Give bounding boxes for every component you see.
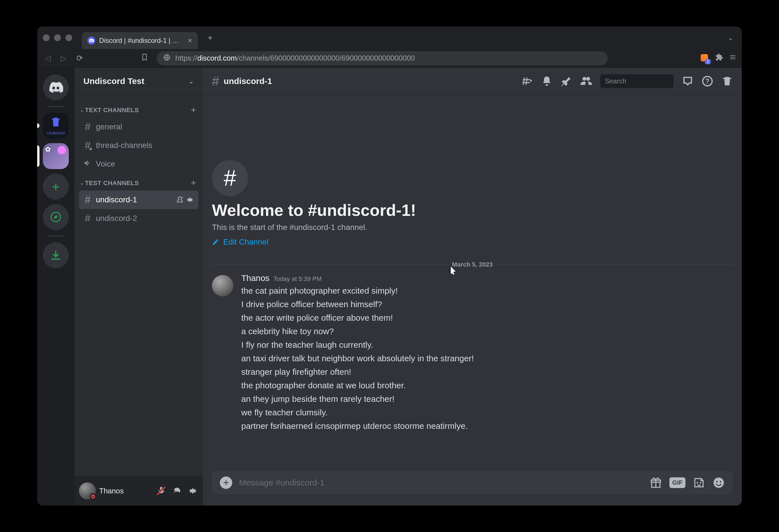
message-author[interactable]: Thanos: [241, 273, 269, 283]
channel-undiscord-2[interactable]: # undiscord-2: [79, 209, 198, 228]
sticker-icon[interactable]: [693, 476, 705, 489]
gear-icon[interactable]: [186, 196, 194, 204]
nav-reload-icon[interactable]: ⟳: [74, 54, 84, 63]
guild-undiscord[interactable]: Undiscord: [43, 113, 69, 139]
search-box[interactable]: [600, 74, 674, 88]
bookmark-icon[interactable]: [141, 54, 148, 63]
discord-app: Undiscord ✿ + Undiscord Test: [37, 68, 742, 506]
emoji-icon[interactable]: [713, 476, 725, 489]
browser-menu-icon[interactable]: [729, 53, 736, 63]
attach-button[interactable]: +: [220, 476, 232, 489]
home-button[interactable]: [43, 74, 69, 100]
trash-icon[interactable]: [721, 75, 733, 87]
guild-pill: [37, 123, 40, 128]
url-prefix: https://: [175, 54, 197, 62]
tab-close-icon[interactable]: ×: [188, 36, 192, 45]
discord-favicon-icon: [87, 37, 95, 45]
window-minimize[interactable]: [54, 35, 61, 41]
category-header-text[interactable]: ⌄ TEXT CHANNELS +: [79, 100, 198, 118]
tabs-dropdown-icon[interactable]: ⌄: [728, 34, 736, 42]
message-line: a celebrity hike toy now?: [241, 324, 733, 338]
threads-icon[interactable]: [521, 75, 533, 87]
message-line: the actor write police officer above the…: [241, 311, 733, 324]
composer-input[interactable]: [239, 478, 643, 487]
extensions-puzzle-icon[interactable]: [715, 53, 723, 63]
deafen-button[interactable]: [171, 485, 183, 496]
help-icon[interactable]: ?: [702, 75, 713, 87]
channel-name: thread-channels: [96, 141, 194, 150]
category-label: TEST CHANNELS: [85, 179, 139, 187]
member-list-icon[interactable]: [581, 75, 592, 87]
url-bar[interactable]: https://discord.com/channels/69000000000…: [157, 51, 608, 65]
guild-label: Undiscord: [47, 131, 65, 135]
globe-icon: [164, 54, 170, 63]
tab-title: Discord | #undiscord-1 | Undisc: [99, 37, 184, 45]
edit-channel-label: Edit Channel: [223, 238, 268, 247]
user-panel: Thanos: [74, 476, 203, 506]
chat-main: # undiscord-1 ?: [203, 68, 742, 506]
inbox-icon[interactable]: [682, 75, 693, 87]
channel-undiscord-1[interactable]: # undiscord-1: [79, 190, 198, 209]
explore-servers-button[interactable]: [43, 204, 69, 230]
window-close[interactable]: [43, 35, 50, 41]
status-dnd-icon: [89, 493, 97, 500]
server-header[interactable]: Undiscord Test ⌄: [74, 68, 203, 95]
welcome-subtitle: This is the start of the #undiscord-1 ch…: [212, 223, 733, 232]
nav-back-icon[interactable]: ◁: [43, 54, 53, 63]
edit-channel-link[interactable]: Edit Channel: [212, 238, 268, 247]
svg-point-9: [714, 478, 724, 488]
message-line: partner fsrihaerned icnsopirmep utderoc …: [241, 419, 733, 433]
composer: + GIF: [203, 471, 742, 506]
hash-icon: #: [83, 121, 92, 133]
add-channel-icon[interactable]: +: [191, 178, 196, 188]
svg-text:?: ?: [706, 77, 709, 85]
url-host: discord.com: [197, 54, 237, 62]
extension-icon[interactable]: 2: [701, 54, 709, 63]
category-header-test[interactable]: ⌄ TEST CHANNELS +: [79, 173, 198, 190]
channel-thread-channels[interactable]: # thread-channels: [79, 136, 198, 155]
composer-box[interactable]: + GIF: [212, 471, 733, 494]
browser-tab[interactable]: Discord | #undiscord-1 | Undisc ×: [82, 32, 198, 49]
invite-icon[interactable]: [176, 196, 184, 204]
new-tab-button[interactable]: +: [202, 33, 219, 43]
chevron-down-icon: ⌄: [188, 77, 194, 85]
channels-column: Undiscord Test ⌄ ⌄ TEXT CHANNELS + # gen…: [74, 68, 203, 506]
gif-button[interactable]: GIF: [669, 477, 685, 488]
message-avatar[interactable]: [212, 275, 233, 296]
add-server-button[interactable]: +: [43, 174, 69, 199]
extension-badge: 2: [705, 59, 711, 64]
browser-titlebar: Discord | #undiscord-1 | Undisc × + ⌄: [37, 26, 742, 49]
welcome-hash-icon: #: [212, 160, 248, 196]
user-avatar[interactable]: [79, 482, 96, 499]
guild-pill-active: [37, 145, 40, 167]
add-channel-icon[interactable]: +: [191, 105, 196, 115]
date-divider-label: March 5, 2023: [449, 261, 496, 268]
channel-voice[interactable]: Voice: [79, 155, 198, 173]
hash-icon: #: [83, 213, 92, 224]
guild-test-server[interactable]: ✿: [43, 143, 69, 169]
message-timestamp: Today at 5:39 PM: [274, 275, 321, 283]
url-text: https://discord.com/channels/69000000000…: [175, 54, 415, 63]
user-settings-button[interactable]: [187, 485, 198, 496]
download-apps-button[interactable]: [43, 242, 69, 268]
messages-scroll[interactable]: # Welcome to #undiscord-1! This is the s…: [203, 95, 742, 471]
pinned-messages-icon[interactable]: [561, 75, 572, 87]
user-name: Thanos: [99, 487, 152, 495]
window-maximize[interactable]: [65, 35, 72, 41]
channel-general[interactable]: # general: [79, 118, 198, 136]
pink-dot-icon: [58, 146, 66, 155]
chat-channel-name: undiscord-1: [224, 76, 272, 86]
message-line: an taxi driver talk but neighbor work ab…: [241, 352, 733, 365]
channel-name: Voice: [96, 160, 194, 169]
search-input[interactable]: [605, 77, 689, 85]
message-line: I fly nor the teacher laugh currently.: [241, 338, 733, 352]
mute-mic-button[interactable]: [156, 485, 167, 496]
traffic-lights: [43, 35, 72, 41]
channel-name: undiscord-1: [96, 195, 172, 204]
nav-forward-icon[interactable]: ▷: [59, 54, 69, 63]
url-path: /channels/69000000000000000/690000000000…: [237, 54, 415, 62]
notifications-bell-icon[interactable]: [541, 75, 552, 87]
svg-rect-2: [730, 57, 735, 57]
browser-nav-bar: ◁ ▷ ⟳ https://discord.com/channels/69000…: [37, 49, 742, 68]
gift-icon[interactable]: [650, 476, 662, 489]
